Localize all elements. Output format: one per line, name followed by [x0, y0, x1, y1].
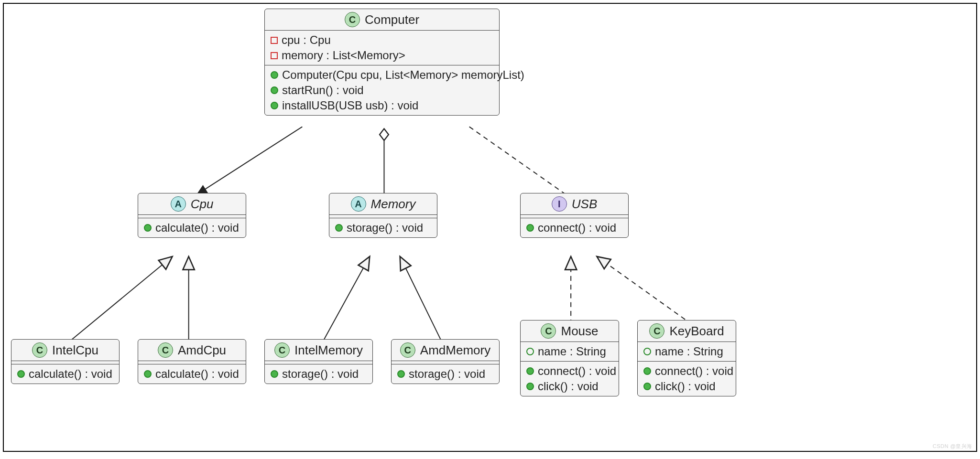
method-text: click() : void [538, 380, 599, 393]
class-badge-icon: C [158, 342, 173, 358]
class-name-label: Memory [371, 197, 416, 212]
method-row: click() : void [526, 379, 613, 394]
class-name-label: KeyBoard [669, 324, 724, 339]
class-title: I USB [521, 193, 628, 215]
class-name-label: AmdMemory [420, 343, 490, 358]
method-row: connect() : void [526, 220, 622, 235]
svg-line-0 [196, 127, 303, 194]
empty-section [138, 215, 246, 218]
field-row: memory : List<Memory> [271, 48, 493, 63]
class-title: C AmdMemory [392, 340, 499, 361]
method-row: storage() : void [271, 366, 367, 382]
methods-section: connect() : void click() : void [521, 362, 619, 396]
public-method-icon [643, 383, 651, 390]
public-method-icon [643, 367, 651, 375]
class-title: A Memory [329, 193, 437, 215]
svg-line-3 [66, 256, 173, 344]
method-text: connect() : void [538, 221, 616, 235]
empty-section [265, 361, 372, 364]
svg-line-2 [469, 127, 567, 195]
class-title: C AmdCpu [138, 340, 246, 361]
methods-section: calculate() : void [11, 364, 119, 384]
public-method-icon [144, 370, 152, 378]
method-text: connect() : void [538, 364, 616, 378]
method-row: calculate() : void [144, 366, 240, 382]
class-name-label: USB [572, 197, 597, 212]
class-name-label: IntelCpu [52, 343, 98, 358]
class-title: C IntelMemory [265, 340, 372, 361]
public-field-icon [643, 348, 651, 355]
public-method-icon [271, 102, 278, 109]
svg-line-6 [400, 256, 443, 344]
class-title: A Cpu [138, 193, 246, 215]
field-text: memory : List<Memory> [282, 49, 405, 62]
methods-section: connect() : void [521, 218, 628, 237]
field-text: cpu : Cpu [282, 33, 331, 47]
diagram-frame: C Computer cpu : Cpu memory : List<Memor… [3, 3, 977, 452]
fields-section: name : String [638, 342, 736, 362]
public-method-icon [271, 71, 278, 79]
class-keyboard: C KeyBoard name : String connect() : voi… [637, 320, 736, 396]
abstract-badge-icon: A [171, 196, 186, 212]
method-row: storage() : void [397, 366, 493, 382]
field-row: name : String [643, 344, 730, 359]
method-text: storage() : void [282, 367, 359, 381]
svg-line-5 [322, 256, 370, 344]
public-method-icon [526, 367, 534, 375]
class-amdcpu: C AmdCpu calculate() : void [138, 339, 246, 384]
public-method-icon [335, 224, 343, 232]
empty-section [329, 215, 437, 218]
public-method-icon [526, 224, 534, 232]
watermark-text: CSDN @皇兴海 [933, 443, 972, 450]
class-amdmemory: C AmdMemory storage() : void [391, 339, 500, 384]
public-method-icon [271, 370, 278, 378]
empty-section [11, 361, 119, 364]
interface-badge-icon: I [552, 196, 567, 212]
class-mouse: C Mouse name : String connect() : void c… [520, 320, 619, 396]
method-text: startRun() : void [282, 84, 364, 97]
public-method-icon [144, 224, 152, 232]
method-text: calculate() : void [29, 367, 112, 381]
method-row: connect() : void [526, 363, 613, 379]
method-row: Computer(Cpu cpu, List<Memory> memoryLis… [271, 67, 493, 83]
abstract-badge-icon: A [351, 196, 366, 212]
method-text: click() : void [655, 380, 716, 393]
method-text: connect() : void [655, 364, 733, 378]
class-computer: C Computer cpu : Cpu memory : List<Memor… [264, 9, 500, 116]
method-row: calculate() : void [17, 366, 113, 382]
empty-section [392, 361, 499, 364]
field-text: name : String [655, 345, 723, 358]
class-name-label: Mouse [561, 324, 598, 339]
class-intelmemory: C IntelMemory storage() : void [264, 339, 373, 384]
class-name-label: Cpu [191, 197, 214, 212]
methods-section: calculate() : void [138, 218, 246, 237]
class-title: C Computer [265, 9, 499, 31]
class-badge-icon: C [541, 323, 556, 339]
svg-line-8 [597, 256, 692, 324]
method-row: storage() : void [335, 220, 431, 235]
class-cpu: A Cpu calculate() : void [138, 193, 246, 238]
methods-section: connect() : void click() : void [638, 362, 736, 396]
field-row: cpu : Cpu [271, 32, 493, 48]
public-field-icon [526, 348, 534, 355]
method-text: Computer(Cpu cpu, List<Memory> memoryLis… [282, 68, 524, 82]
class-name-label: Computer [365, 12, 419, 27]
class-memory: A Memory storage() : void [329, 193, 437, 238]
class-title: C IntelCpu [11, 340, 119, 361]
methods-section: storage() : void [265, 364, 372, 384]
empty-section [521, 215, 628, 218]
field-row: name : String [526, 344, 613, 359]
class-name-label: AmdCpu [178, 343, 226, 358]
class-title: C Mouse [521, 320, 619, 342]
method-row: calculate() : void [144, 220, 240, 235]
methods-section: storage() : void [392, 364, 499, 384]
public-method-icon [526, 383, 534, 390]
methods-section: Computer(Cpu cpu, List<Memory> memoryLis… [265, 65, 499, 115]
class-badge-icon: C [32, 342, 47, 358]
class-badge-icon: C [345, 12, 360, 27]
method-text: calculate() : void [155, 367, 239, 381]
private-field-icon [271, 52, 278, 59]
class-name-label: IntelMemory [294, 343, 363, 358]
method-text: storage() : void [347, 221, 423, 235]
fields-section: cpu : Cpu memory : List<Memory> [265, 31, 499, 65]
